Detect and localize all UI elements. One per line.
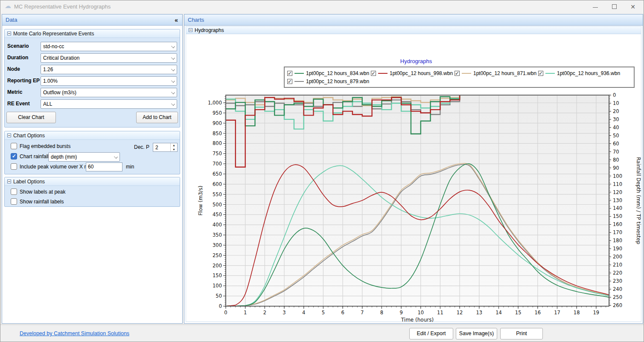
svg-text:900: 900 [213, 120, 222, 126]
flag-embedded-bursts-checkbox[interactable] [11, 143, 17, 149]
duration-value: Critical Duration [43, 55, 79, 61]
minimize-button[interactable] [589, 2, 602, 12]
chart-rainfall-row: Chart rainfall [11, 153, 49, 159]
svg-text:50: 50 [216, 293, 222, 299]
duration-select[interactable]: Critical Duration [41, 53, 177, 63]
legend-line-swatch [462, 73, 471, 74]
rainfall-units-select[interactable]: depth (mm) [48, 152, 120, 162]
svg-text:14: 14 [495, 310, 502, 316]
show-labels-at-peak-label: Show labels at peak [20, 189, 65, 195]
add-to-chart-button[interactable]: Add to Chart [136, 112, 178, 123]
legend-item: 1pt00pc_12 hours_834.wbn [287, 69, 371, 77]
chevron-down-icon [171, 90, 175, 94]
node-row: Node1.26 [6, 65, 178, 74]
legend-line-swatch [294, 73, 304, 74]
spin-up-icon[interactable]: ▲ [171, 143, 177, 148]
legend-series-label: 1pt00pc_12 hours_936.wbn [557, 70, 620, 76]
close-button[interactable]: ✕ [627, 2, 639, 12]
svg-text:180: 180 [613, 238, 622, 243]
svg-text:18: 18 [574, 310, 580, 316]
svg-text:0: 0 [224, 310, 227, 316]
reporting-ep-label: Reporting EP [7, 78, 40, 84]
svg-text:500: 500 [213, 202, 222, 208]
svg-text:17: 17 [554, 310, 560, 316]
svg-text:190: 190 [613, 246, 622, 252]
reporting-ep-select[interactable]: 1.00% [41, 76, 177, 86]
legend-checkbox[interactable] [538, 71, 543, 76]
svg-text:100: 100 [213, 283, 222, 289]
re-event-label: RE Event [7, 101, 30, 107]
svg-text:130: 130 [613, 197, 622, 203]
legend-line-swatch [294, 81, 304, 82]
scenario-label: Scenario [7, 43, 29, 49]
legend-checkbox[interactable] [455, 71, 460, 76]
svg-text:170: 170 [613, 229, 622, 235]
svg-text:140: 140 [613, 205, 622, 211]
chart-rainfall-checkbox[interactable] [11, 153, 17, 159]
peak-minutes-suffix: min [126, 164, 134, 170]
svg-text:750: 750 [213, 151, 222, 157]
legend-item: 1pt00pc_12 hours_871.wbn [455, 69, 538, 77]
svg-text:650: 650 [213, 171, 222, 177]
scenario-select[interactable]: std-no-cc [41, 42, 177, 51]
peak-minutes-input[interactable]: 60 [86, 162, 122, 171]
mc-events-group-title: Monte Carlo Representative Events [13, 29, 94, 38]
show-rainfall-labels-row: Show rainfall labels [11, 198, 64, 205]
chevron-down-icon [171, 56, 175, 60]
chevron-down-icon [171, 102, 175, 106]
legend-checkbox[interactable] [371, 71, 376, 76]
flag-embedded-bursts-label: Flag embedded bursts [20, 143, 70, 149]
svg-text:8: 8 [380, 310, 383, 316]
node-value: 1.26 [43, 67, 53, 72]
svg-text:19: 19 [593, 310, 600, 316]
edit-export-button[interactable]: Edit / Export [409, 328, 453, 339]
print-button[interactable]: Print [500, 328, 543, 339]
svg-text:11: 11 [437, 310, 443, 316]
chevron-down-icon [114, 155, 118, 159]
show-rainfall-labels-label: Show rainfall labels [20, 199, 64, 205]
svg-text:300: 300 [213, 242, 222, 248]
legend-checkbox[interactable] [287, 79, 292, 84]
metric-value: Outflow (m3/s) [43, 90, 76, 96]
window-title: MC Representative Event Hydrographs [14, 3, 111, 10]
svg-text:9: 9 [399, 310, 402, 316]
maximize-button[interactable] [608, 2, 621, 12]
svg-text:2: 2 [263, 310, 266, 316]
spin-down-icon[interactable]: ▼ [171, 148, 177, 152]
show-rainfall-labels-checkbox[interactable] [11, 198, 17, 205]
show-labels-at-peak-checkbox[interactable] [11, 188, 17, 195]
svg-text:230: 230 [613, 278, 622, 284]
legend-checkbox[interactable] [287, 71, 292, 76]
collapse-section-icon[interactable] [7, 133, 11, 137]
re-event-select[interactable]: ALL [41, 99, 177, 109]
collapse-section-icon[interactable] [189, 28, 192, 32]
collapse-section-icon[interactable] [7, 180, 11, 183]
chart-options-group-title: Chart Options [13, 131, 45, 140]
developer-link[interactable]: Developed by Catchment Simulation Soluti… [20, 330, 129, 336]
hydrographs-section-title: Hydrographs [195, 27, 224, 33]
legend-item: 1pt00pc_12 hours_936.wbn [538, 69, 622, 77]
metric-select[interactable]: Outflow (m3/s) [41, 88, 177, 97]
svg-text:600: 600 [213, 181, 222, 187]
svg-text:100: 100 [613, 173, 622, 179]
svg-text:550: 550 [213, 191, 222, 197]
data-panel-header: Data « [2, 14, 182, 26]
charts-panel-header: Charts [184, 14, 643, 26]
footer-bar: Developed by Catchment Simulation Soluti… [0, 325, 644, 342]
title-bar: ☁ MC Representative Event Hydrographs ✕ [0, 0, 644, 13]
include-peak-checkbox[interactable] [11, 163, 17, 170]
clear-chart-button[interactable]: Clear Chart [6, 112, 56, 123]
chart-options-group-header: Chart Options [5, 131, 180, 140]
collapse-panel-icon[interactable]: « [175, 14, 178, 26]
show-labels-at-peak-row: Show labels at peak [11, 188, 65, 195]
save-images-button[interactable]: Save Image(s) [456, 328, 497, 339]
svg-text:160: 160 [613, 221, 622, 227]
collapse-section-icon[interactable] [7, 32, 11, 35]
dec-p-spinner[interactable]: 2 ▲ ▼ [153, 143, 178, 152]
flag-embedded-bursts-row: Flag embedded bursts [11, 143, 70, 149]
node-select[interactable]: 1.26 [41, 65, 177, 74]
svg-text:6: 6 [341, 310, 344, 316]
svg-text:70: 70 [613, 149, 619, 155]
svg-text:12: 12 [457, 310, 463, 316]
svg-text:50: 50 [613, 133, 619, 139]
